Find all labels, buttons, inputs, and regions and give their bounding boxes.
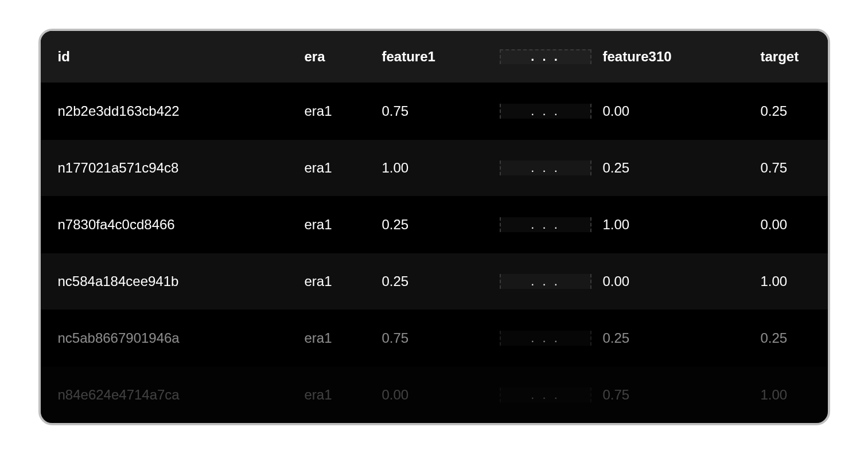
table-row: nc584a184cee941b era1 0.25 . . . 0.00 1.…	[41, 253, 828, 310]
cell-target: 0.25	[749, 330, 828, 346]
header-feature310: feature310	[591, 49, 749, 65]
cell-id: nc5ab8667901946a	[41, 330, 293, 346]
header-era: era	[293, 49, 371, 65]
cell-ellipsis: . . .	[500, 217, 591, 232]
cell-target: 0.25	[749, 103, 828, 119]
table-row: n177021a571c94c8 era1 1.00 . . . 0.25 0.…	[41, 139, 828, 196]
cell-feature310: 0.00	[591, 103, 749, 119]
cell-ellipsis: . . .	[500, 104, 591, 119]
cell-id: n177021a571c94c8	[41, 160, 293, 176]
cell-feature1: 0.25	[371, 217, 500, 233]
table-row: nc5ab8667901946a era1 0.75 . . . 0.25 0.…	[41, 310, 828, 366]
header-id: id	[41, 49, 293, 65]
cell-era: era1	[293, 160, 371, 176]
cell-era: era1	[293, 330, 371, 346]
cell-id: nc584a184cee941b	[41, 273, 293, 289]
cell-feature310: 0.00	[591, 273, 749, 289]
cell-id: n84e624e4714a7ca	[41, 387, 293, 403]
cell-ellipsis: . . .	[500, 387, 591, 402]
cell-feature1: 0.25	[371, 273, 500, 289]
cell-era: era1	[293, 103, 371, 119]
cell-feature1: 0.75	[371, 330, 500, 346]
cell-ellipsis: . . .	[500, 160, 591, 175]
cell-feature1: 0.75	[371, 103, 500, 119]
cell-id: n2b2e3dd163cb422	[41, 103, 293, 119]
cell-id: n7830fa4c0cd8466	[41, 217, 293, 233]
table-row: n7830fa4c0cd8466 era1 0.25 . . . 1.00 0.…	[41, 196, 828, 253]
cell-target: 1.00	[749, 387, 828, 403]
header-ellipsis: . . .	[500, 49, 591, 64]
cell-ellipsis: . . .	[500, 274, 591, 289]
cell-feature310: 0.25	[591, 160, 749, 176]
cell-target: 0.00	[749, 217, 828, 233]
cell-target: 1.00	[749, 273, 828, 289]
cell-ellipsis: . . .	[500, 331, 591, 346]
table-header-row: id era feature1 . . . feature310 target	[41, 31, 828, 83]
cell-era: era1	[293, 217, 371, 233]
cell-feature310: 0.25	[591, 330, 749, 346]
cell-feature1: 0.00	[371, 387, 500, 403]
table-row: n2b2e3dd163cb422 era1 0.75 . . . 0.00 0.…	[41, 83, 828, 139]
header-feature1: feature1	[371, 49, 500, 65]
cell-era: era1	[293, 273, 371, 289]
header-target: target	[749, 49, 828, 65]
cell-feature310: 0.75	[591, 387, 749, 403]
cell-target: 0.75	[749, 160, 828, 176]
data-table-container: id era feature1 . . . feature310 target …	[38, 29, 830, 425]
table-row: n84e624e4714a7ca era1 0.00 . . . 0.75 1.…	[41, 366, 828, 423]
cell-feature1: 1.00	[371, 160, 500, 176]
cell-era: era1	[293, 387, 371, 403]
cell-feature310: 1.00	[591, 217, 749, 233]
